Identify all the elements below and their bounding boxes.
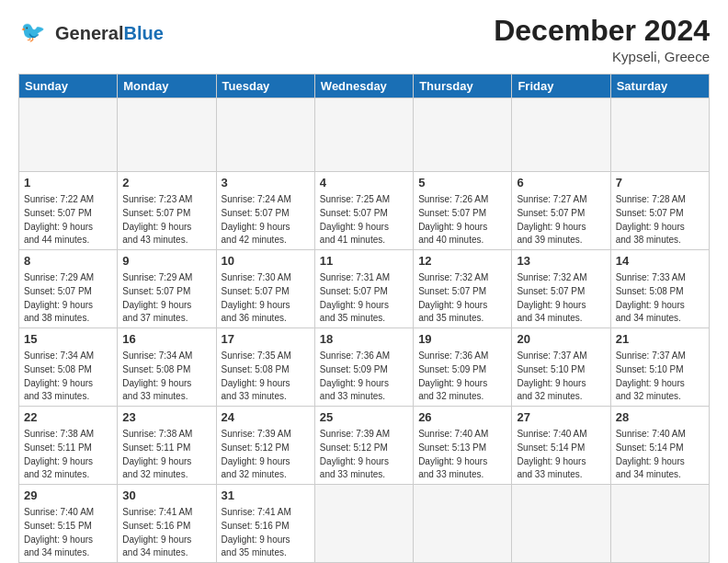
calendar-cell: 6Sunrise: 7:27 AM Sunset: 5:07 PM Daylig… bbox=[512, 172, 610, 250]
calendar-cell: 21Sunrise: 7:37 AM Sunset: 5:10 PM Dayli… bbox=[610, 328, 709, 407]
day-info: Sunrise: 7:41 AM Sunset: 5:16 PM Dayligh… bbox=[122, 507, 192, 557]
weekday-header: Tuesday bbox=[216, 75, 314, 98]
day-number: 8 bbox=[24, 253, 112, 270]
calendar-cell: 22Sunrise: 7:38 AM Sunset: 5:11 PM Dayli… bbox=[19, 407, 118, 485]
day-number: 29 bbox=[24, 488, 112, 504]
day-info: Sunrise: 7:40 AM Sunset: 5:14 PM Dayligh… bbox=[616, 429, 686, 479]
day-number: 15 bbox=[24, 331, 112, 348]
calendar-cell: 31Sunrise: 7:41 AM Sunset: 5:16 PM Dayli… bbox=[216, 484, 314, 562]
day-number: 6 bbox=[517, 175, 605, 191]
calendar-cell bbox=[118, 98, 216, 172]
day-info: Sunrise: 7:34 AM Sunset: 5:08 PM Dayligh… bbox=[122, 350, 192, 401]
logo-icon: 🐦 bbox=[18, 15, 51, 52]
day-info: Sunrise: 7:25 AM Sunset: 5:07 PM Dayligh… bbox=[320, 194, 390, 245]
day-info: Sunrise: 7:24 AM Sunset: 5:07 PM Dayligh… bbox=[222, 194, 291, 245]
day-info: Sunrise: 7:30 AM Sunset: 5:07 PM Dayligh… bbox=[222, 272, 291, 323]
day-number: 23 bbox=[122, 409, 210, 426]
day-info: Sunrise: 7:22 AM Sunset: 5:07 PM Dayligh… bbox=[24, 194, 94, 245]
day-info: Sunrise: 7:36 AM Sunset: 5:09 PM Dayligh… bbox=[320, 350, 390, 401]
weekday-header: Sunday bbox=[19, 75, 118, 98]
day-info: Sunrise: 7:32 AM Sunset: 5:07 PM Dayligh… bbox=[517, 272, 586, 323]
calendar-cell: 13Sunrise: 7:32 AM Sunset: 5:07 PM Dayli… bbox=[512, 250, 610, 328]
calendar-cell: 4Sunrise: 7:25 AM Sunset: 5:07 PM Daylig… bbox=[314, 172, 413, 250]
day-info: Sunrise: 7:38 AM Sunset: 5:11 PM Dayligh… bbox=[24, 429, 94, 479]
day-info: Sunrise: 7:31 AM Sunset: 5:07 PM Dayligh… bbox=[320, 272, 390, 323]
day-info: Sunrise: 7:32 AM Sunset: 5:07 PM Dayligh… bbox=[418, 272, 488, 323]
calendar-cell: 29Sunrise: 7:40 AM Sunset: 5:15 PM Dayli… bbox=[19, 484, 118, 562]
month-title: December 2024 bbox=[494, 15, 710, 47]
day-info: Sunrise: 7:28 AM Sunset: 5:07 PM Dayligh… bbox=[616, 194, 686, 245]
calendar-cell: 20Sunrise: 7:37 AM Sunset: 5:10 PM Dayli… bbox=[512, 328, 610, 407]
day-info: Sunrise: 7:29 AM Sunset: 5:07 PM Dayligh… bbox=[122, 272, 192, 323]
day-number: 9 bbox=[122, 253, 210, 270]
day-info: Sunrise: 7:23 AM Sunset: 5:07 PM Dayligh… bbox=[122, 194, 192, 245]
day-info: Sunrise: 7:35 AM Sunset: 5:08 PM Dayligh… bbox=[222, 350, 291, 401]
svg-text:🐦: 🐦 bbox=[20, 19, 46, 44]
day-number: 17 bbox=[222, 331, 310, 348]
day-number: 26 bbox=[418, 409, 506, 426]
calendar-cell bbox=[512, 98, 610, 172]
title-block: December 2024 Kypseli, Greece bbox=[494, 15, 710, 64]
day-number: 25 bbox=[320, 409, 408, 426]
calendar-cell bbox=[414, 484, 512, 562]
weekday-header: Wednesday bbox=[314, 75, 413, 98]
day-number: 4 bbox=[320, 175, 408, 191]
day-number: 28 bbox=[616, 409, 704, 426]
day-info: Sunrise: 7:36 AM Sunset: 5:09 PM Dayligh… bbox=[418, 350, 488, 401]
calendar-cell: 17Sunrise: 7:35 AM Sunset: 5:08 PM Dayli… bbox=[216, 328, 314, 407]
day-info: Sunrise: 7:39 AM Sunset: 5:12 PM Dayligh… bbox=[222, 429, 291, 479]
calendar-cell: 19Sunrise: 7:36 AM Sunset: 5:09 PM Dayli… bbox=[414, 328, 512, 407]
calendar-cell: 26Sunrise: 7:40 AM Sunset: 5:13 PM Dayli… bbox=[414, 407, 512, 485]
calendar-cell: 25Sunrise: 7:39 AM Sunset: 5:12 PM Dayli… bbox=[314, 407, 413, 485]
calendar-cell: 5Sunrise: 7:26 AM Sunset: 5:07 PM Daylig… bbox=[414, 172, 512, 250]
day-number: 5 bbox=[418, 175, 506, 191]
calendar-cell: 10Sunrise: 7:30 AM Sunset: 5:07 PM Dayli… bbox=[216, 250, 314, 328]
day-number: 21 bbox=[616, 331, 704, 348]
day-info: Sunrise: 7:38 AM Sunset: 5:11 PM Dayligh… bbox=[122, 429, 192, 479]
day-number: 11 bbox=[320, 253, 408, 270]
header: 🐦 GeneralBlue December 2024 Kypseli, Gre… bbox=[18, 15, 710, 64]
day-info: Sunrise: 7:40 AM Sunset: 5:14 PM Dayligh… bbox=[517, 429, 586, 479]
weekday-header: Saturday bbox=[610, 75, 709, 98]
day-number: 30 bbox=[122, 488, 210, 504]
calendar-cell: 3Sunrise: 7:24 AM Sunset: 5:07 PM Daylig… bbox=[216, 172, 314, 250]
calendar-cell bbox=[610, 484, 709, 562]
calendar-cell: 18Sunrise: 7:36 AM Sunset: 5:09 PM Dayli… bbox=[314, 328, 413, 407]
calendar-cell bbox=[19, 98, 118, 172]
day-info: Sunrise: 7:37 AM Sunset: 5:10 PM Dayligh… bbox=[517, 350, 586, 401]
calendar-cell bbox=[610, 98, 709, 172]
calendar-cell: 7Sunrise: 7:28 AM Sunset: 5:07 PM Daylig… bbox=[610, 172, 709, 250]
calendar-table: SundayMondayTuesdayWednesdayThursdayFrid… bbox=[18, 74, 710, 563]
day-info: Sunrise: 7:34 AM Sunset: 5:08 PM Dayligh… bbox=[24, 350, 94, 401]
day-number: 27 bbox=[517, 409, 605, 426]
calendar-cell bbox=[314, 98, 413, 172]
day-number: 12 bbox=[418, 253, 506, 270]
weekday-header: Friday bbox=[512, 75, 610, 98]
location: Kypseli, Greece bbox=[494, 49, 710, 64]
calendar-cell: 23Sunrise: 7:38 AM Sunset: 5:11 PM Dayli… bbox=[118, 407, 216, 485]
day-number: 14 bbox=[616, 253, 704, 270]
calendar-cell: 30Sunrise: 7:41 AM Sunset: 5:16 PM Dayli… bbox=[118, 484, 216, 562]
calendar-cell: 12Sunrise: 7:32 AM Sunset: 5:07 PM Dayli… bbox=[414, 250, 512, 328]
main-container: 🐦 GeneralBlue December 2024 Kypseli, Gre… bbox=[0, 0, 728, 563]
day-number: 16 bbox=[122, 331, 210, 348]
day-info: Sunrise: 7:41 AM Sunset: 5:16 PM Dayligh… bbox=[222, 507, 291, 557]
calendar-cell: 24Sunrise: 7:39 AM Sunset: 5:12 PM Dayli… bbox=[216, 407, 314, 485]
calendar-cell: 28Sunrise: 7:40 AM Sunset: 5:14 PM Dayli… bbox=[610, 407, 709, 485]
calendar-cell bbox=[414, 98, 512, 172]
day-info: Sunrise: 7:27 AM Sunset: 5:07 PM Dayligh… bbox=[517, 194, 586, 245]
day-number: 13 bbox=[517, 253, 605, 270]
weekday-header: Monday bbox=[118, 75, 216, 98]
logo-blue: Blue bbox=[123, 23, 163, 43]
calendar-cell: 2Sunrise: 7:23 AM Sunset: 5:07 PM Daylig… bbox=[118, 172, 216, 250]
day-number: 18 bbox=[320, 331, 408, 348]
calendar-cell: 11Sunrise: 7:31 AM Sunset: 5:07 PM Dayli… bbox=[314, 250, 413, 328]
calendar-cell bbox=[216, 98, 314, 172]
day-number: 24 bbox=[222, 409, 310, 426]
day-number: 1 bbox=[24, 175, 112, 191]
day-number: 22 bbox=[24, 409, 112, 426]
day-info: Sunrise: 7:39 AM Sunset: 5:12 PM Dayligh… bbox=[320, 429, 390, 479]
calendar-cell: 9Sunrise: 7:29 AM Sunset: 5:07 PM Daylig… bbox=[118, 250, 216, 328]
logo: 🐦 GeneralBlue bbox=[18, 15, 164, 52]
day-number: 19 bbox=[418, 331, 506, 348]
